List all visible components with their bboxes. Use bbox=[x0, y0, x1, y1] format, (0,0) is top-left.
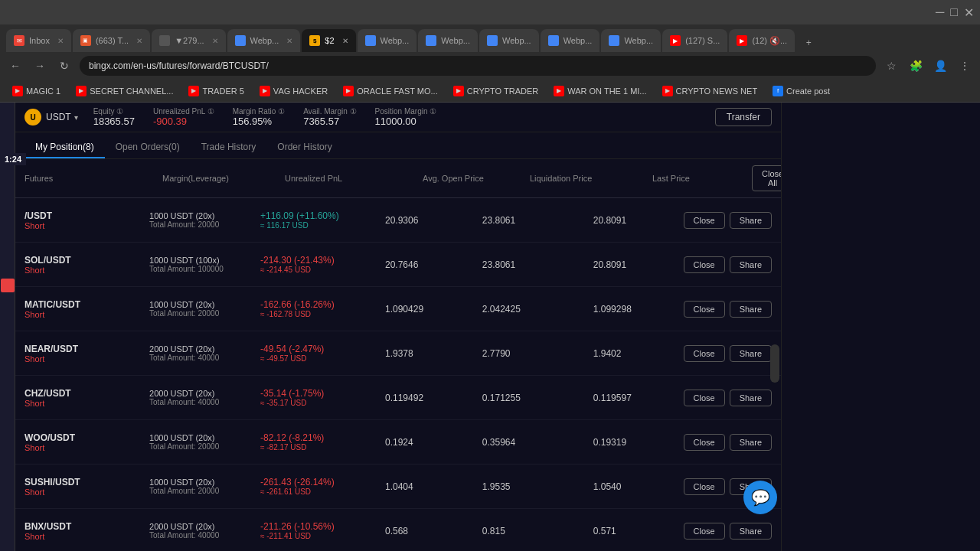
bookmark-oracle[interactable]: ▶ ORACLE FAST MO... bbox=[337, 84, 444, 98]
close-all-button[interactable]: Close All bbox=[752, 165, 781, 191]
close-position-button-6[interactable]: Close bbox=[684, 478, 725, 495]
tab-close-279[interactable]: ✕ bbox=[212, 37, 218, 45]
position-pnl-0: +116.09 (+11.60%) ≈ 116.17 USD bbox=[260, 210, 385, 230]
tab-yt2[interactable]: ▶ (12) 🔇... bbox=[729, 29, 795, 52]
tab-icon-yt2: ▶ bbox=[737, 35, 747, 46]
table-row: MATIC/USDT Short 1000 USDT (20x) Total A… bbox=[15, 287, 781, 331]
position-liq-3: 2.7790 bbox=[482, 348, 593, 359]
close-position-button-4[interactable]: Close bbox=[684, 390, 725, 406]
margin-amount-6: Total Amount: 20000 bbox=[149, 487, 260, 495]
tab-663[interactable]: ▣ (663) T... ✕ bbox=[73, 29, 150, 52]
reload-button[interactable]: ↻ bbox=[55, 57, 74, 75]
position-side-5: Short bbox=[24, 443, 149, 452]
tab-webp6[interactable]: Webp... bbox=[601, 29, 661, 52]
position-side-0: Short bbox=[24, 221, 149, 230]
tab-btc[interactable]: $ $2 ✕ bbox=[302, 29, 355, 52]
tab-inbox[interactable]: ✉ Inbox ✕ bbox=[6, 29, 71, 52]
transfer-button[interactable]: Transfer bbox=[715, 108, 772, 126]
position-tabs: My Position(8) Open Orders(0) Trade Hist… bbox=[15, 132, 781, 159]
close-position-button-1[interactable]: Close bbox=[684, 256, 725, 273]
pnl-usd-6: ≈ -261.61 USD bbox=[260, 487, 385, 496]
tab-label-webp5: Webp... bbox=[564, 36, 593, 45]
position-pair-5: WOO/USDT bbox=[24, 432, 149, 443]
back-button[interactable]: ← bbox=[6, 57, 24, 75]
tab-close-inbox[interactable]: ✕ bbox=[57, 37, 64, 45]
forward-button[interactable]: → bbox=[31, 57, 49, 75]
table-header-row: Futures Margin(Leverage) Unrealized PnL … bbox=[15, 159, 781, 198]
bookmark-magic1[interactable]: ▶ MAGIC 1 bbox=[6, 84, 67, 98]
tab-close-663[interactable]: ✕ bbox=[136, 37, 142, 45]
tab-open-orders[interactable]: Open Orders(0) bbox=[105, 137, 191, 158]
more-button[interactable]: ⋮ bbox=[956, 57, 974, 75]
share-position-button-3[interactable]: Share bbox=[730, 345, 772, 362]
unrealized-pnl-value: -900.39 bbox=[153, 116, 214, 127]
position-info-5: WOO/USDT Short bbox=[24, 432, 149, 452]
new-tab-button[interactable]: + bbox=[799, 34, 818, 52]
tab-trade-history[interactable]: Trade History bbox=[191, 137, 267, 158]
tab-icon-webp5 bbox=[548, 35, 559, 46]
share-position-button-2[interactable]: Share bbox=[730, 301, 772, 318]
pnl-usd-7: ≈ -211.41 USD bbox=[260, 532, 385, 540]
position-margin-5: 1000 USDT (20x) Total Amount: 20000 bbox=[149, 433, 260, 451]
position-side-6: Short bbox=[24, 487, 149, 497]
tab-label-webp1: Webp... bbox=[250, 36, 279, 45]
profile-button[interactable]: 👤 bbox=[931, 57, 949, 75]
bookmark-crypto-news[interactable]: ▶ CRYPTO NEWS NET bbox=[656, 84, 764, 98]
close-position-button-7[interactable]: Close bbox=[684, 523, 725, 540]
position-liq-4: 0.171255 bbox=[482, 393, 593, 403]
margin-amount-1: Total Amount: 100000 bbox=[149, 265, 260, 273]
tab-webp2[interactable]: Webp... bbox=[358, 29, 417, 52]
close-button[interactable]: ✕ bbox=[964, 5, 974, 20]
avail-margin-label: Avail. Margin ① bbox=[303, 107, 356, 116]
close-position-button-2[interactable]: Close bbox=[684, 301, 725, 318]
tab-my-position[interactable]: My Position(8) bbox=[24, 137, 105, 158]
minimize-button[interactable]: ─ bbox=[936, 5, 944, 20]
bookmark-war[interactable]: ▶ WAR ON THE 1 MI... bbox=[547, 84, 652, 98]
chat-button[interactable]: 💬 bbox=[743, 481, 777, 514]
share-position-button-0[interactable]: Share bbox=[730, 212, 772, 229]
tab-yt1[interactable]: ▶ (127) S... bbox=[662, 29, 727, 52]
share-position-button-4[interactable]: Share bbox=[730, 390, 772, 406]
bookmark-create-post[interactable]: f Create post bbox=[766, 84, 836, 98]
tab-icon-inbox: ✉ bbox=[14, 35, 24, 46]
extensions-button[interactable]: 🧩 bbox=[906, 57, 925, 75]
tab-close-btc[interactable]: ✕ bbox=[342, 37, 348, 45]
tab-webp5[interactable]: Webp... bbox=[541, 29, 600, 52]
stat-equity: Equity ① 18365.57 bbox=[93, 107, 135, 127]
tab-webp1[interactable]: Webp... ✕ bbox=[227, 29, 301, 52]
tab-webp4[interactable]: Webp... bbox=[479, 29, 539, 52]
tab-close-webp1[interactable]: ✕ bbox=[286, 37, 292, 45]
close-position-button-0[interactable]: Close bbox=[684, 212, 725, 229]
position-pnl-4: -35.14 (-1.75%) ≈ -35.17 USD bbox=[260, 388, 385, 407]
tab-279[interactable]: ▼279... ✕ bbox=[152, 29, 225, 52]
position-margin-0: 1000 USDT (20x) Total Amount: 20000 bbox=[149, 211, 260, 229]
tab-order-history[interactable]: Order History bbox=[266, 137, 342, 158]
address-bar[interactable]: bingx.com/en-us/futures/forward/BTCUSDT/ bbox=[80, 56, 876, 76]
share-position-button-5[interactable]: Share bbox=[730, 434, 772, 451]
header-futures: Futures bbox=[24, 174, 162, 183]
position-avg-4: 0.119492 bbox=[385, 393, 482, 403]
table-row: NEAR/USDT Short 2000 USDT (20x) Total Am… bbox=[15, 331, 781, 376]
header-liq: Liquidation Price bbox=[530, 174, 652, 183]
close-position-button-3[interactable]: Close bbox=[684, 345, 725, 362]
close-position-button-5[interactable]: Close bbox=[684, 434, 725, 451]
stat-position-margin: Position Margin ① 11000.00 bbox=[375, 107, 437, 127]
position-avg-1: 20.7646 bbox=[385, 259, 482, 270]
share-position-button-1[interactable]: Share bbox=[730, 256, 772, 273]
bookmark-crypto-trader[interactable]: ▶ CRYPTO TRADER bbox=[447, 84, 545, 98]
header-last: Last Price bbox=[652, 174, 752, 183]
position-avg-6: 1.0404 bbox=[385, 481, 482, 492]
tab-webp3[interactable]: Webp... bbox=[418, 29, 478, 52]
bookmark-vag[interactable]: ▶ VAG HACKER bbox=[253, 84, 334, 98]
bookmark-secret[interactable]: ▶ SECRET CHANNEL... bbox=[70, 84, 179, 98]
window-controls[interactable]: ─ □ ✕ bbox=[936, 5, 974, 20]
position-info-4: CHZ/USDT Short bbox=[24, 388, 149, 408]
maximize-button[interactable]: □ bbox=[950, 5, 958, 20]
margin-ratio-label: Margin Ratio ① bbox=[233, 107, 285, 116]
tab-icon-663: ▣ bbox=[80, 35, 91, 46]
bookmark-button[interactable]: ☆ bbox=[882, 57, 900, 75]
share-position-button-7[interactable]: Share bbox=[730, 523, 772, 540]
bookmark-trader5[interactable]: ▶ TRADER 5 bbox=[182, 84, 250, 98]
currency-dropdown-arrow[interactable]: ▾ bbox=[74, 113, 78, 122]
tab-icon-webp1 bbox=[235, 35, 246, 46]
